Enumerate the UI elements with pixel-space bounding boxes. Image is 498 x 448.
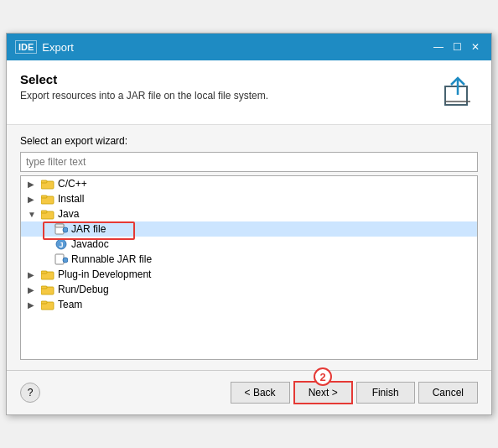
export-dialog: IDE Export — ☐ ✕ Select Export resources… [6, 33, 492, 415]
toggle-team: ▶ [28, 300, 41, 310]
tree-label-cpp: C/C++ [58, 178, 87, 190]
tree-item-javadoc[interactable]: J Javadoc [21, 237, 477, 252]
export-icon [438, 72, 478, 112]
svg-rect-4 [41, 180, 47, 183]
close-button[interactable]: ✕ [468, 39, 483, 55]
tree-container[interactable]: ▶ C/C++ ▶ Install ▼ Java [20, 175, 478, 360]
toggle-plugin: ▶ [28, 270, 41, 279]
finish-button[interactable]: Finish [356, 382, 415, 404]
tree-label-install: Install [58, 193, 84, 205]
tree-label-javadoc: Javadoc [71, 238, 109, 250]
jar-file-icon [54, 223, 68, 235]
tree-item-java[interactable]: ▼ Java [21, 206, 477, 221]
svg-rect-8 [41, 211, 47, 213]
svg-rect-14 [55, 254, 64, 264]
svg-point-11 [63, 227, 68, 232]
content-section: Select an export wizard: ▶ C/C++ ▶ Insta… [7, 125, 491, 370]
svg-rect-17 [41, 271, 47, 273]
minimize-button[interactable]: — [431, 39, 446, 55]
header-section: Select Export resources into a JAR file … [7, 60, 491, 125]
filter-input[interactable] [20, 152, 478, 172]
help-button[interactable]: ? [20, 383, 40, 403]
ide-logo: IDE [15, 40, 37, 54]
runnable-jar-icon [54, 253, 68, 265]
svg-point-15 [63, 258, 68, 263]
javadoc-icon: J [54, 238, 68, 250]
folder-icon-team [41, 299, 54, 310]
tree-item-rundebug[interactable]: ▶ Run/Debug [21, 282, 477, 297]
tree-item-team[interactable]: ▶ Team [21, 297, 477, 312]
folder-icon-java [41, 208, 54, 220]
svg-rect-10 [55, 224, 64, 227]
jar-item-wrapper: JAR file 1 [21, 221, 477, 237]
folder-icon-install [41, 193, 54, 205]
toggle-install: ▶ [28, 195, 41, 204]
tree-item-jar-file[interactable]: JAR file [21, 221, 477, 237]
header-description: Export resources into a JAR file on the … [20, 90, 268, 102]
export-svg-icon [440, 75, 475, 110]
header-title: Select [20, 72, 268, 86]
title-bar: IDE Export — ☐ ✕ [7, 34, 491, 60]
tree-item-plugin[interactable]: ▶ Plug-in Development [21, 267, 477, 282]
back-button[interactable]: < Back [231, 382, 290, 404]
svg-rect-6 [41, 195, 47, 198]
title-bar-controls: — ☐ ✕ [431, 39, 483, 55]
tree-label-java: Java [58, 208, 79, 220]
folder-icon-plugin [41, 268, 54, 280]
svg-text:J: J [59, 241, 63, 249]
tree-label-runnable-jar: Runnable JAR file [71, 253, 152, 265]
badge-2: 2 [314, 367, 332, 386]
tree-label-rundebug: Run/Debug [58, 284, 109, 295]
tree-item-runnable-jar[interactable]: Runnable JAR file [21, 252, 477, 267]
next-button-wrapper: 2 Next > [293, 381, 353, 404]
folder-icon-rundebug [41, 284, 54, 295]
tree-label-plugin: Plug-in Development [58, 268, 151, 280]
header-text: Select Export resources into a JAR file … [20, 72, 268, 102]
tree-item-cpp[interactable]: ▶ C/C++ [21, 176, 477, 191]
tree-label-jar-file: JAR file [71, 223, 106, 235]
title-bar-left: IDE Export [15, 40, 74, 54]
window-title: Export [42, 41, 74, 54]
toggle-java: ▼ [28, 210, 41, 219]
wizard-label: Select an export wizard: [20, 135, 478, 147]
cancel-button[interactable]: Cancel [418, 382, 478, 404]
toggle-rundebug: ▶ [28, 285, 41, 294]
maximize-button[interactable]: ☐ [449, 39, 464, 55]
svg-rect-19 [41, 286, 47, 289]
footer-section: ? < Back 2 Next > Finish Cancel [7, 370, 491, 414]
toggle-cpp: ▶ [28, 180, 41, 189]
folder-icon-cpp [41, 178, 54, 190]
svg-rect-21 [41, 301, 47, 304]
tree-label-team: Team [58, 299, 82, 310]
tree-item-install[interactable]: ▶ Install [21, 191, 477, 206]
